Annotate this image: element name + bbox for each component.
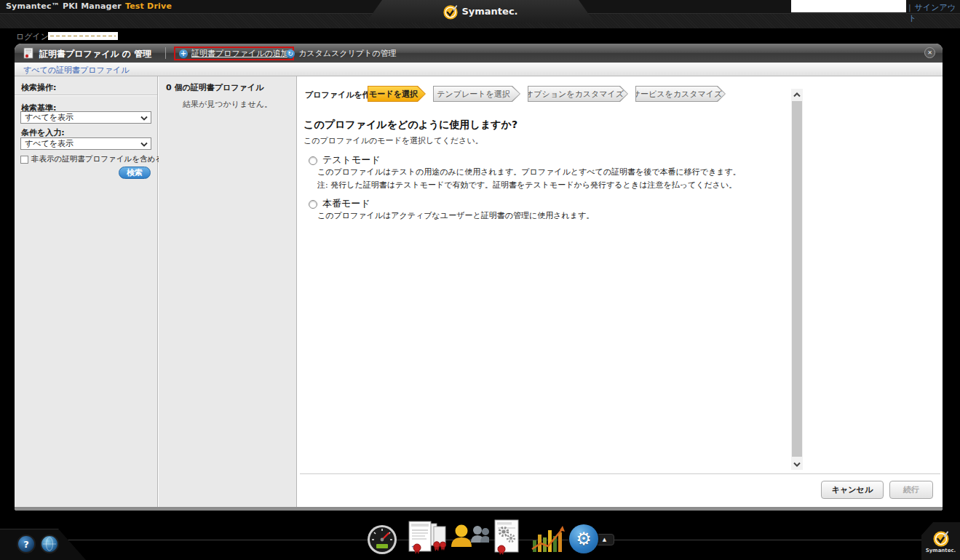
create-profile-wizard: プロファイルを作成: モードを選択 テンプレートを選択 オプションをカスタマイズ… <box>298 76 943 507</box>
reports-chart-icon[interactable] <box>531 524 567 555</box>
certificate-scripts-icon[interactable] <box>492 519 521 556</box>
include-hidden-profiles-row: 非表示の証明書プロファイルを含める <box>20 154 163 164</box>
wizard-scrollbar[interactable] <box>791 89 803 470</box>
test-mode-radio[interactable] <box>309 156 317 165</box>
tab-add-certificate-profile[interactable]: + 証明書プロファイルの追加 <box>174 47 294 60</box>
header-separator <box>165 47 166 59</box>
step-label: サービスをカスタマイズ <box>636 87 725 101</box>
condition-label: 条件を入力: <box>21 127 65 138</box>
search-criteria-select[interactable]: すべてを表示 <box>20 111 151 124</box>
sidebar-divider <box>15 95 157 96</box>
language-globe-icon[interactable] <box>40 535 59 553</box>
step-label: テンプレートを選択 <box>434 87 520 101</box>
breadcrumb[interactable]: すべての証明書プロファイル <box>23 65 130 76</box>
chevron-down-icon <box>140 116 148 121</box>
brand-logo-tab: Symantec. <box>366 0 595 23</box>
wizard-step-select-template[interactable]: テンプレートを選択 <box>433 86 520 102</box>
scroll-up-button[interactable] <box>791 89 803 100</box>
window-title: 証明書プロファイル の 管理 <box>39 48 151 60</box>
wizard-step-select-mode[interactable]: モードを選択 <box>368 86 426 102</box>
scroll-down-button[interactable] <box>791 458 803 470</box>
empty-results-message: 結果が見つかりません。 <box>159 99 296 110</box>
window-header: 証明書プロファイル の 管理 + 証明書プロファイルの追加 ↻ カスタムスクリプ… <box>15 44 943 63</box>
help-icon[interactable]: ? <box>17 535 36 553</box>
window-bottom-edge <box>15 507 943 511</box>
tab-scripts-label: カスタムスクリプトの管理 <box>298 48 397 59</box>
plus-icon: + <box>179 49 188 58</box>
include-hidden-profiles-checkbox[interactable] <box>20 156 28 164</box>
search-sidebar: 検索操作: 検索基準: すべてを表示 条件を入力: すべてを表示 非表示の証明書… <box>15 76 158 507</box>
step-label: オプションをカスタマイズ <box>528 87 627 101</box>
certificate-profile-manager-window: 証明書プロファイル の 管理 + 証明書プロファイルの追加 ↻ カスタムスクリプ… <box>15 44 943 511</box>
chevron-up-icon <box>793 92 801 97</box>
wizard-steps: モードを選択 テンプレートを選択 オプションをカスタマイズ サービスをカスタマイ… <box>368 86 726 102</box>
profile-count-header: 0 個の証明書プロファイル <box>166 82 263 93</box>
redacted-account-box <box>791 0 906 12</box>
chevron-down-icon <box>793 462 801 467</box>
users-icon[interactable] <box>448 524 489 556</box>
symantec-dock-badge: Symantec. <box>921 522 960 560</box>
continue-button[interactable]: 続行 <box>889 481 933 499</box>
production-mode-title[interactable]: 本番モード <box>322 197 370 210</box>
breadcrumb-bar: すべての証明書プロファイル <box>15 63 943 76</box>
include-hidden-profiles-label: 非表示の証明書プロファイルを含める <box>31 154 163 164</box>
gear-glyph: ⚙ <box>576 530 592 548</box>
login-row: ログイン名: <box>0 31 960 42</box>
sign-out-link[interactable]: サインアウト <box>908 3 956 23</box>
condition-value: すべてを表示 <box>25 139 74 148</box>
step-label: モードを選択 <box>368 87 425 101</box>
search-actions-label: 検索操作: <box>21 82 56 93</box>
tab-add-label: 証明書プロファイルの追加 <box>191 48 289 59</box>
search-criteria-value: すべてを表示 <box>25 113 74 122</box>
production-mode-description: このプロファイルはアクティブなユーザーと証明書の管理に使用されます。 <box>317 210 594 221</box>
chevron-down-icon <box>140 142 148 147</box>
search-button[interactable]: 検索 <box>119 167 151 179</box>
mode-question-heading: このプロファイルをどのように使用しますか? <box>304 119 517 132</box>
app-title: Symantec™ PKI ManagerTest Drive <box>6 1 172 11</box>
certificate-profiles-icon[interactable] <box>408 521 447 556</box>
wizard-step-customize-options[interactable]: オプションをカスタマイズ <box>528 86 628 102</box>
condition-select[interactable]: すべてを表示 <box>20 137 151 150</box>
up-triangle-icon: ▲ <box>603 537 606 543</box>
badge-brand-name: Symantec. <box>926 548 956 553</box>
question-mark-glyph: ? <box>23 539 29 550</box>
signout-separator: | <box>908 3 911 12</box>
dashboard-gauge-icon[interactable] <box>366 524 398 556</box>
tab-manage-custom-scripts[interactable]: ↻ カスタムスクリプトの管理 <box>282 47 400 60</box>
scrollbar-thumb[interactable] <box>792 101 802 457</box>
symantec-logo-icon <box>443 4 459 20</box>
test-mode-note: 注: 発行した証明書はテストモードで有効です。証明書をテストモードから発行すると… <box>317 180 737 191</box>
test-mode-description: このプロファイルはテストの用途のみに使用されます。プロファイルとすべての証明書を… <box>317 167 741 177</box>
test-mode-title[interactable]: テストモード <box>322 153 381 167</box>
app-title-suffix: Test Drive <box>125 1 172 11</box>
wizard-step-customize-services[interactable]: サービスをカスタマイズ <box>635 86 726 102</box>
app-title-text: Symantec™ PKI Manager <box>6 1 122 11</box>
profile-list-panel: 0 個の証明書プロファイル 結果が見つかりません。 <box>159 76 297 507</box>
redacted-login-name <box>48 32 118 40</box>
production-mode-radio[interactable] <box>309 200 317 209</box>
footer-divider <box>300 473 940 474</box>
refresh-icon: ↻ <box>286 49 295 58</box>
cancel-button[interactable]: キャンセル <box>821 481 884 499</box>
settings-gear-icon[interactable]: ⚙ <box>569 524 598 553</box>
mode-instruction: このプロファイルのモードを選択してください。 <box>304 135 483 146</box>
window-body: 検索操作: 検索基準: すべてを表示 条件を入力: すべてを表示 非表示の証明書… <box>15 76 943 507</box>
globe-lines <box>42 537 57 551</box>
certificate-profile-icon <box>23 47 34 59</box>
close-icon[interactable]: ✕ <box>924 47 935 58</box>
brand-name: Symantec. <box>461 6 517 17</box>
symantec-logo-icon <box>932 529 950 547</box>
